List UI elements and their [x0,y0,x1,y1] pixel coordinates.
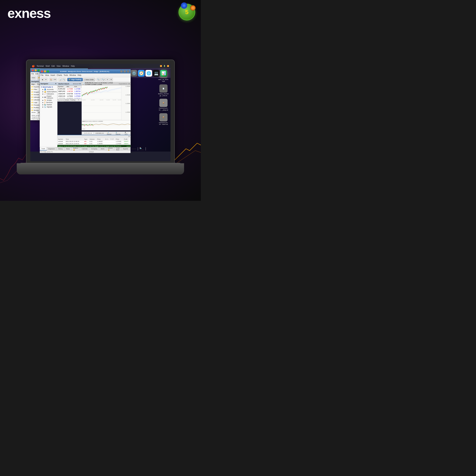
desktop-icon-4[interactable]: 📦 macbook-pro-16-...back.car [158,113,169,125]
btab-alerts[interactable]: Alerts [99,147,106,151]
mt5-menu-file[interactable]: File [41,74,44,76]
nav-services[interactable]: ▶ ⚙ Services [42,101,57,103]
trade-1-vol: 0.01 [89,140,97,143]
mt5-new-order-btn[interactable]: + New Order [83,78,95,81]
nav-market[interactable]: ▶ 🏪 Market [42,103,57,106]
menubar-edit[interactable]: Edit [51,65,55,67]
mt5-tb-crosshair[interactable]: ✛ [106,78,109,81]
mw-close-btn[interactable]: ✕ [79,83,81,85]
mw-tab-symbols[interactable]: Symbols [58,99,64,101]
mt5-menu-help[interactable]: Help [78,74,82,76]
mt5-tb-home[interactable]: 🏠 [49,78,53,81]
mt5-tb-zoom-in2[interactable]: 🔍+ [101,78,105,81]
mw-tab-details[interactable]: Details [64,99,70,101]
me-close-btn[interactable]: ✕ [32,69,34,71]
nav-experts[interactable]: ▶ 🤖 Expert Advisors [42,95,57,99]
mt5-close-btn[interactable]: ✕ [41,70,43,72]
mt5-tb-ide[interactable]: IDE [53,78,57,81]
mw-row-usdchf[interactable]: USDCHF 0.92739 0.92743 [58,93,82,95]
mt5-tb-fwd[interactable]: ▼ [44,78,48,81]
ctab-eurusdh1[interactable]: EURUSD,H1 [82,132,94,135]
nav-signals[interactable]: ▶ 📡 Signals [42,106,57,108]
svg-rect-92 [88,125,89,125]
trade-row-1[interactable]: usdcad 2021.09.20 12:48:24 sell 0.01 1.2… [57,140,131,143]
ctab-signals[interactable]: 📡 Signals [114,132,122,135]
me-new-btn[interactable]: New [31,76,36,79]
me-menu-edit[interactable]: Edit [35,73,38,75]
btab-experts[interactable]: Experts [121,147,130,151]
btab-company[interactable]: Company [89,147,99,151]
trades-close-icon[interactable]: ✕ [128,135,130,137]
apple-menu[interactable]: 🍎 [32,65,35,68]
mt5-btn-3[interactable]: ✕ [127,70,129,73]
menubar-view[interactable]: View [56,65,61,67]
mw-row-gbpusd[interactable]: GBPUSD 1.36720 1.36724 [58,90,82,93]
menubar-window[interactable]: Window [63,65,69,67]
scripts-icon: 📜 [44,99,46,101]
me-nav-tab-mql5[interactable]: MQL5 [31,83,36,85]
mt5-menu-window[interactable]: Window [69,74,76,76]
chart-area: Market Watch 10:11:17 ✕ Sy [57,82,131,147]
balance-right: 10.00 [126,146,130,147]
btab-history[interactable]: History [56,147,64,151]
btab-mailbox[interactable]: Mailbox 🔔 [72,147,80,151]
btab-calendar[interactable]: Calendar [80,147,89,151]
btab-codebase[interactable]: Code Base [115,147,121,151]
mt5-btn-2[interactable]: □ [123,70,126,73]
trade-row-2[interactable]: usdcad 2021.09.20 13:00:01 sell 0.01 1.2… [57,143,131,145]
btab-market[interactable]: 🏪 Market [138,147,146,151]
dock-terminal[interactable]: 💻 [153,70,160,77]
dock-systemprefs[interactable]: ⚙️ [131,70,137,77]
nav-scripts[interactable]: ▶ 📜 Scripts [42,99,57,101]
mt5-menu-charts[interactable]: Charts [57,74,62,76]
mt5-menu-insert[interactable]: Insert [51,74,55,76]
folder-icon: 📁 [31,99,33,101]
mt5-max-btn[interactable]: + [47,70,49,72]
mw-tab-ti[interactable]: Ti [76,99,82,101]
mt5-tb-zoom-out[interactable]: 🔍− [97,78,101,81]
dock-chrome[interactable]: 🌐 [145,70,152,77]
me-window-controls[interactable]: ✕ − + [32,69,40,71]
mw-usdchf-ask: 0.92743 [74,93,82,95]
mt5-window-controls[interactable]: ✕ − + [41,70,49,72]
dock-safari[interactable]: 🧭 [138,70,145,77]
me-min-btn[interactable]: − [34,69,37,71]
mt5-tb-sep3 [66,78,67,81]
chart-tabs: EURUSD,H1 USDSEK,H1 📊 Market 📡 Signals 🖥… [82,132,131,135]
svg-rect-100 [93,125,93,126]
me-btab-errors[interactable]: Errors [31,111,37,114]
nav-subscriptions[interactable]: ▶ 🔔 Subscriptions [42,91,57,93]
mw-tab-trading[interactable]: Trading [70,99,76,101]
mt5-btn-1[interactable]: − [120,70,123,73]
mt5-tb-back[interactable]: ◀ [41,78,44,81]
nav-close[interactable]: ✕ [55,83,56,85]
menubar-help[interactable]: Help [71,65,75,67]
mw-row-usdcad[interactable]: USDCAD 1.27632 1.27633 [58,95,82,97]
menubar-shell[interactable]: Shell [46,65,50,67]
mt5-menu-view[interactable]: View [45,74,49,76]
mw-row-eurusd[interactable]: EURUSD 1.17295 1.17296 [58,88,82,90]
mt5-min-btn[interactable]: − [44,70,46,72]
btab-articles[interactable]: Articles 🔒 [106,147,114,151]
mt5-tb-settings[interactable]: ⚙ [110,78,113,81]
chart-header-close[interactable]: ✕ [128,83,130,85]
nav-indicators[interactable]: ▶ 📈 Indicators [42,93,57,95]
desktop-icon-3[interactable]: 📦 macbook-pro-16-..._plug.car [158,99,169,111]
btab-trade[interactable]: Trade [40,147,47,151]
mt5-tb-zoom-in[interactable]: 🔍 [62,78,66,81]
btab-journal[interactable]: Journal [130,147,138,151]
ctab-vps[interactable]: 🖥 VPS [123,132,130,135]
menubar-terminal[interactable]: Terminal [37,65,44,67]
ctab-usdsekh1[interactable]: USDSEK,H1 [94,132,105,134]
mt5-menu-tools[interactable]: Tools [64,74,68,76]
mt5-algo-btn[interactable]: ⚡ Algo Trading [67,78,83,81]
nav-accounts[interactable]: ▶ 👤 Accounts [42,88,57,91]
mt5-tb-chart-btn[interactable]: 📊 [59,78,62,81]
me-menu-file[interactable]: File [31,73,34,75]
btab-exposure[interactable]: Exposure [47,147,56,151]
btab-news[interactable]: News [65,147,71,151]
ctab-market[interactable]: 📊 Market [106,132,114,135]
dock-mt5[interactable]: 📊 [160,70,167,77]
desktop-icon-2[interactable]: 📄 Battery_Discharge _limit.sh [158,85,169,97]
nav-root-mt5[interactable]: ▼ MetaTrader 5 [40,86,57,88]
